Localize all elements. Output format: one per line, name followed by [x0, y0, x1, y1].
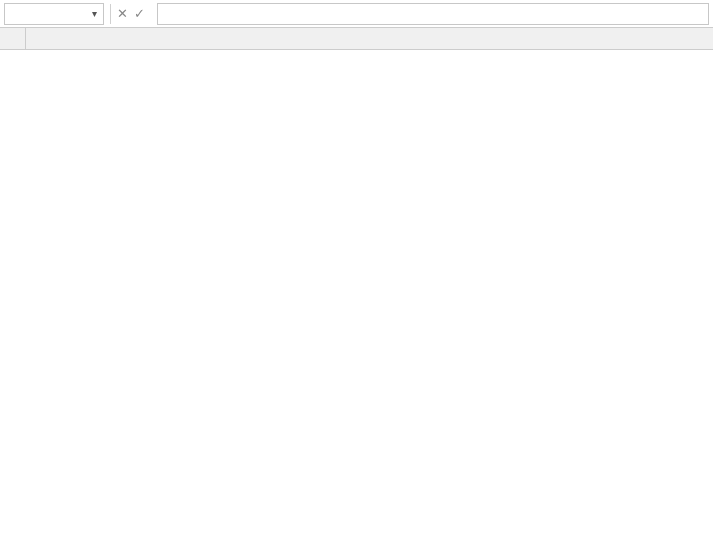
cancel-icon: ✕ [117, 6, 128, 21]
chevron-down-icon[interactable]: ▾ [92, 8, 97, 19]
formula-bar: ▾ ✕ ✓ [0, 0, 713, 28]
formula-bar-buttons: ✕ ✓ [117, 6, 151, 21]
name-box[interactable]: ▾ [4, 3, 104, 25]
divider [110, 4, 111, 24]
confirm-icon: ✓ [134, 6, 145, 21]
column-headers [26, 28, 713, 50]
formula-input[interactable] [157, 3, 709, 25]
select-all-corner[interactable] [0, 28, 26, 50]
spreadsheet-grid[interactable] [0, 28, 713, 50]
